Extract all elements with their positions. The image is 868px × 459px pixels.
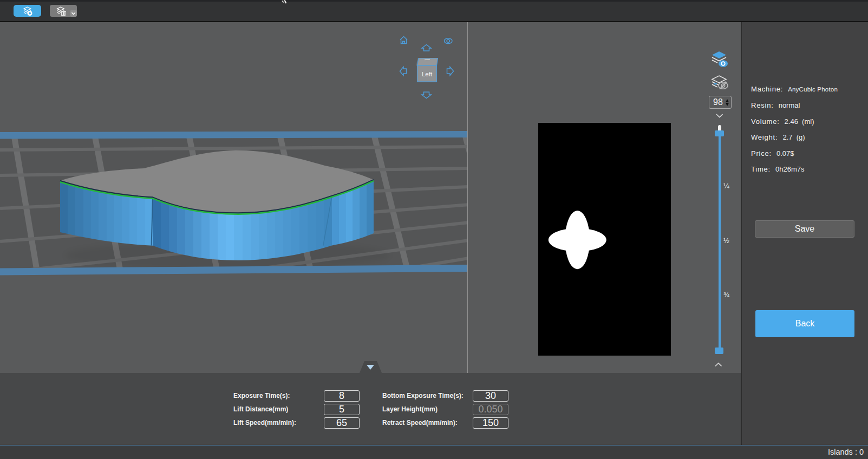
svg-text:Left: Left [422,71,433,77]
